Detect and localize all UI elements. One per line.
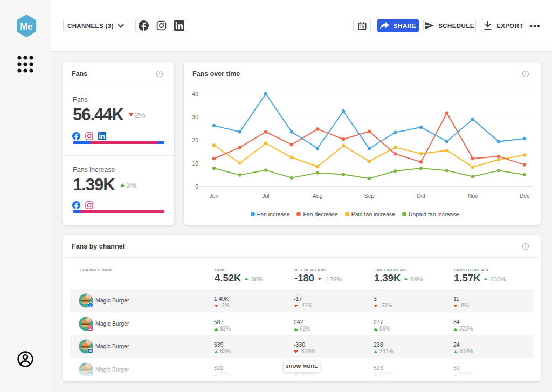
- svg-text:in: in: [89, 350, 92, 353]
- svg-text:Me: Me: [20, 22, 33, 32]
- svg-text:in: in: [89, 373, 92, 376]
- svg-text:20: 20: [192, 137, 198, 143]
- svg-text:Oct: Oct: [417, 192, 425, 199]
- svg-text:10: 10: [192, 160, 198, 167]
- svg-text:40: 40: [192, 91, 198, 97]
- svg-text:Dec: Dec: [520, 192, 530, 199]
- svg-text:30: 30: [192, 114, 198, 120]
- svg-text:0: 0: [195, 183, 198, 190]
- svg-text:Sep: Sep: [364, 192, 375, 199]
- svg-text:Nov: Nov: [468, 192, 478, 199]
- svg-text:Aug: Aug: [313, 192, 323, 199]
- svg-text:Jun: Jun: [210, 192, 219, 199]
- svg-text:Jul: Jul: [262, 192, 269, 199]
